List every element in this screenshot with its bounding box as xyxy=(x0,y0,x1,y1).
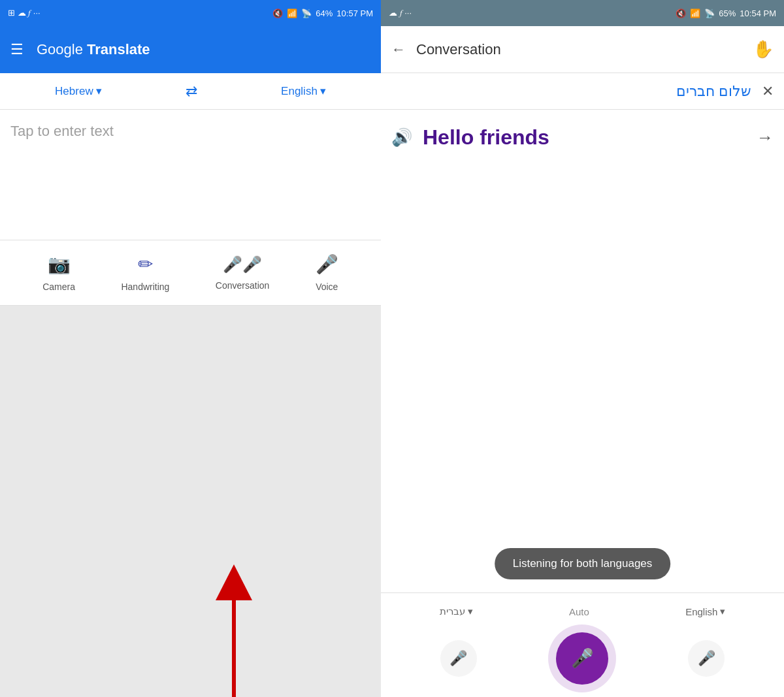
bottom-right-dropdown-icon: ▾ xyxy=(720,606,725,617)
left-panel: ⊞ ☁ 𝑓 ··· 🔇 📶 📡 64% 10:57 PM ☰ Google Tr… xyxy=(0,0,381,697)
close-button[interactable]: ✕ xyxy=(762,83,774,100)
listening-badge: Listening for both languages xyxy=(495,548,671,579)
auto-label: Auto xyxy=(569,606,589,617)
right-signal-icon: 📡 xyxy=(704,8,715,18)
target-language-label: English xyxy=(281,85,318,98)
target-language-button[interactable]: English ▾ xyxy=(281,84,326,98)
language-bar: Hebrew ▾ ⇄ English ▾ xyxy=(0,73,381,110)
bottom-right-lang-label: English xyxy=(685,606,717,617)
source-language-dropdown-icon: ▾ xyxy=(96,84,102,98)
input-toolbar: 📷 Camera ✏ Handwriting 🎤🎤 Conversation 🎤… xyxy=(0,240,381,306)
translation-area: 🔊 Hello friends → Listening for both lan… xyxy=(381,110,784,592)
conversation-header: ← Conversation ✋ xyxy=(381,26,784,73)
speaker-icon[interactable]: 🔊 xyxy=(391,127,412,148)
camera-label: Camera xyxy=(42,282,75,292)
right-wifi-icon: 📶 xyxy=(690,8,700,18)
center-mic-icon: 🎤 xyxy=(571,647,594,669)
text-input-area[interactable]: Tap to enter text xyxy=(0,110,381,240)
target-language-dropdown-icon: ▾ xyxy=(320,84,326,98)
mute-icon: 🔇 xyxy=(272,8,283,18)
arrow-annotation xyxy=(0,306,381,697)
hebrew-text: שלום חברים xyxy=(676,83,751,100)
left-status-icons: ⊞ ☁ 𝑓 ··· xyxy=(8,8,41,18)
bottom-left-lang-label: עברית xyxy=(440,606,465,617)
battery-left: 64% xyxy=(316,8,333,18)
signal-icon: 📡 xyxy=(301,8,312,18)
bottom-language-row: עברית ▾ Auto English ▾ xyxy=(381,606,784,617)
conversation-tool[interactable]: 🎤🎤 Conversation xyxy=(216,255,270,291)
handwriting-tool[interactable]: ✏ Handwriting xyxy=(121,253,169,292)
left-mic-button[interactable]: 🎤 xyxy=(440,640,477,677)
expand-icon[interactable]: → xyxy=(757,127,774,148)
status-bar-left: ⊞ ☁ 𝑓 ··· 🔇 📶 📡 64% 10:57 PM xyxy=(0,0,381,26)
time-right: 10:54 PM xyxy=(740,8,776,18)
right-mute-icon: 🔇 xyxy=(676,8,686,18)
right-status-left-icons: ☁ 𝑓 ··· xyxy=(389,8,412,18)
camera-icon: 📷 xyxy=(48,253,71,275)
logo-google: Google xyxy=(37,41,83,58)
svg-marker-1 xyxy=(216,564,252,600)
source-language-label: Hebrew xyxy=(55,85,93,98)
logo-translate: Translate xyxy=(87,41,150,58)
bottom-bar: עברית ▾ Auto English ▾ 🎤 🎤 🎤 xyxy=(381,592,784,697)
app-icons: ⊞ ☁ 𝑓 ··· xyxy=(8,8,41,18)
status-bar-right: ☁ 𝑓 ··· 🔇 📶 📡 65% 10:54 PM xyxy=(381,0,784,26)
right-app-icons: ☁ 𝑓 ··· xyxy=(389,8,412,18)
wifi-icon: 📶 xyxy=(287,8,297,18)
listening-text: Listening for both languages xyxy=(513,557,653,570)
bottom-right-lang[interactable]: English ▾ xyxy=(685,606,725,617)
drawing-canvas[interactable] xyxy=(0,306,381,697)
app-header: ☰ Google Translate xyxy=(0,26,381,73)
camera-tool[interactable]: 📷 Camera xyxy=(42,253,75,292)
microphone-row: 🎤 🎤 🎤 xyxy=(381,632,784,685)
time-left: 10:57 PM xyxy=(336,8,373,18)
source-language-button[interactable]: Hebrew ▾ xyxy=(55,84,102,98)
left-mic-icon: 🎤 xyxy=(449,650,467,667)
hebrew-bar: שלום חברים ✕ xyxy=(381,73,784,110)
back-button[interactable]: ← xyxy=(391,41,406,58)
menu-icon[interactable]: ☰ xyxy=(10,41,24,58)
right-mic-button[interactable]: 🎤 xyxy=(688,640,725,677)
swap-languages-icon[interactable]: ⇄ xyxy=(186,83,197,100)
voice-tool[interactable]: 🎤 Voice xyxy=(316,253,338,292)
bottom-left-dropdown-icon: ▾ xyxy=(468,606,473,617)
translated-text: Hello friends xyxy=(423,125,746,150)
voice-icon: 🎤 xyxy=(316,253,338,275)
conversation-icon: 🎤🎤 xyxy=(223,255,262,274)
center-mic-button[interactable]: 🎤 xyxy=(556,632,608,685)
handwriting-icon: ✏ xyxy=(138,253,153,275)
conversation-label: Conversation xyxy=(216,280,270,291)
translation-row: 🔊 Hello friends → xyxy=(391,125,774,150)
bottom-left-lang[interactable]: עברית ▾ xyxy=(440,606,473,617)
right-status-right-info: 🔇 📶 📡 65% 10:54 PM xyxy=(676,8,776,18)
app-logo: Google Translate xyxy=(37,41,150,58)
right-panel: ☁ 𝑓 ··· 🔇 📶 📡 65% 10:54 PM ← Conversatio… xyxy=(381,0,784,697)
voice-label: Voice xyxy=(316,282,338,292)
text-placeholder: Tap to enter text xyxy=(10,123,114,139)
right-mic-icon: 🎤 xyxy=(698,650,715,667)
hand-raise-icon[interactable]: ✋ xyxy=(753,39,774,59)
battery-right: 65% xyxy=(719,8,736,18)
right-status-info: 🔇 📶 📡 64% 10:57 PM xyxy=(272,8,373,18)
handwriting-label: Handwriting xyxy=(121,282,169,292)
conversation-title: Conversation xyxy=(416,41,742,58)
